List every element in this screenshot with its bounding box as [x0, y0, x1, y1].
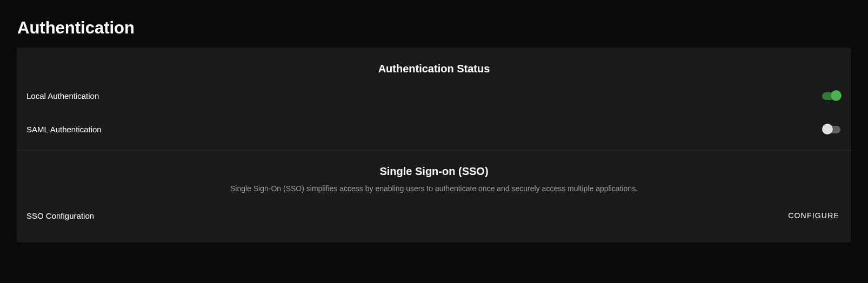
switch-thumb [822, 124, 833, 134]
switch-thumb [831, 90, 842, 101]
sso-config-label: SSO Configuration [26, 211, 94, 220]
status-row-saml-auth: SAML Authentication [17, 101, 851, 134]
section-title-status: Authentication Status [17, 60, 851, 75]
sso-description: Single Sign-On (SSO) simplifies access b… [17, 178, 851, 193]
saml-auth-toggle[interactable] [822, 124, 842, 134]
sso-configuration-row: SSO Configuration CONFIGURE [17, 193, 851, 227]
configure-button[interactable]: CONFIGURE [786, 208, 842, 223]
sso-section: Single Sign-on (SSO) Single Sign-On (SSO… [17, 150, 851, 242]
status-row-local-auth: Local Authentication [17, 78, 851, 101]
authentication-card: Authentication Status Local Authenticati… [17, 48, 851, 242]
saml-auth-label: SAML Authentication [26, 125, 102, 134]
page-title: Authentication [0, 0, 868, 48]
local-auth-label: Local Authentication [26, 91, 99, 100]
section-title-sso: Single Sign-on (SSO) [17, 163, 851, 178]
local-auth-toggle[interactable] [822, 90, 842, 101]
authentication-status-section: Authentication Status Local Authenticati… [17, 48, 851, 150]
